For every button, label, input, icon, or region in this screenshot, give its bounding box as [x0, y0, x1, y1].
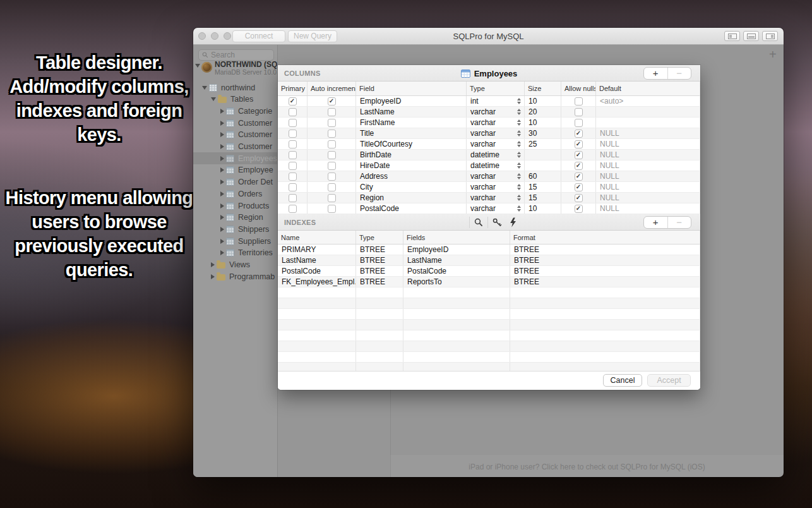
add-column-button[interactable]: +: [644, 68, 668, 79]
stepper-icon[interactable]: [517, 119, 521, 126]
disclosure-triangle[interactable]: [220, 121, 224, 126]
ios-promo-link[interactable]: iPad or iPhone user? Click here to check…: [390, 463, 784, 471]
disclosure-triangle[interactable]: [211, 262, 215, 267]
tree-item-order-det[interactable]: Order Det: [193, 176, 278, 188]
index-cell[interactable]: PRIMARY: [278, 245, 356, 255]
size-cell[interactable]: 15: [525, 182, 561, 192]
auto-increment-checkbox[interactable]: [328, 130, 336, 138]
accept-button[interactable]: Accept: [647, 374, 691, 387]
disclosure-triangle[interactable]: [220, 250, 224, 255]
disclosure-triangle[interactable]: [220, 144, 224, 149]
remove-column-button[interactable]: −: [668, 68, 691, 79]
new-query-button[interactable]: New Query: [288, 30, 337, 42]
tree-item-region[interactable]: Region: [193, 212, 278, 224]
disclosure-triangle[interactable]: [220, 191, 224, 197]
primary-checkbox[interactable]: [289, 194, 297, 202]
default-cell[interactable]: [596, 118, 700, 128]
default-cell[interactable]: NULL: [596, 171, 700, 181]
primary-checkbox[interactable]: [289, 162, 297, 170]
index-cell[interactable]: BTREE: [510, 245, 700, 255]
trigger-lightning-icon[interactable]: [508, 217, 517, 227]
tree-item-programmab[interactable]: Programmab: [193, 270, 278, 282]
default-cell[interactable]: NULL: [596, 139, 700, 149]
disclosure-triangle[interactable]: [220, 132, 224, 137]
tree-item-categorie[interactable]: Categorie: [193, 105, 278, 117]
primary-checkbox[interactable]: [289, 172, 297, 181]
tree-item-products[interactable]: Products: [193, 200, 278, 212]
disclosure-triangle[interactable]: [220, 227, 224, 232]
allow-nulls-checkbox[interactable]: ✓: [575, 194, 583, 202]
size-cell[interactable]: 25: [525, 139, 561, 149]
tree-item-customer[interactable]: Customer: [193, 129, 278, 141]
tree-item-suppliers[interactable]: Suppliers: [193, 235, 278, 247]
default-cell[interactable]: <auto>: [596, 96, 700, 106]
disclosure-triangle[interactable]: [220, 167, 224, 172]
index-cell[interactable]: BTREE: [510, 255, 700, 265]
allow-nulls-checkbox[interactable]: [575, 108, 583, 116]
index-cell[interactable]: ReportsTo: [403, 277, 510, 287]
disclosure-triangle[interactable]: [220, 239, 224, 244]
size-cell[interactable]: [525, 150, 561, 160]
index-cell[interactable]: BTREE: [510, 266, 700, 276]
toggle-right-panel-button[interactable]: [762, 31, 778, 41]
auto-increment-checkbox[interactable]: [328, 140, 336, 148]
type-select[interactable]: datetime: [467, 160, 525, 171]
field-cell[interactable]: HireDate: [356, 160, 467, 171]
tree-item-northwind[interactable]: northwind: [193, 82, 278, 94]
primary-checkbox[interactable]: [289, 205, 297, 213]
disclosure-triangle[interactable]: [220, 179, 224, 184]
tree-item-orders[interactable]: Orders: [193, 188, 278, 200]
cancel-button[interactable]: Cancel: [603, 374, 642, 387]
type-select[interactable]: varchar: [467, 107, 525, 117]
index-cell[interactable]: PostalCode: [403, 266, 510, 276]
auto-increment-checkbox[interactable]: [328, 162, 336, 170]
index-cell[interactable]: LastName: [403, 255, 510, 265]
primary-checkbox[interactable]: [289, 130, 297, 138]
index-cell[interactable]: FK_Employees_Empl...: [278, 277, 356, 287]
field-cell[interactable]: FirstName: [356, 118, 467, 128]
default-cell[interactable]: NULL: [596, 203, 700, 214]
disclosure-triangle[interactable]: [211, 97, 216, 101]
close-button[interactable]: [198, 32, 206, 40]
search-input[interactable]: Search: [198, 49, 274, 61]
field-cell[interactable]: PostalCode: [356, 203, 467, 214]
tree-item-customer[interactable]: Customer: [193, 117, 278, 129]
auto-increment-checkbox[interactable]: [328, 194, 336, 202]
index-cell[interactable]: BTREE: [356, 245, 403, 255]
tree-item-views[interactable]: Views: [193, 259, 278, 271]
foreign-key-icon[interactable]: [493, 218, 502, 227]
tree-item-shippers[interactable]: Shippers: [193, 223, 278, 235]
allow-nulls-checkbox[interactable]: ✓: [575, 172, 583, 181]
stepper-icon[interactable]: [517, 205, 521, 212]
stepper-icon[interactable]: [517, 195, 521, 201]
size-cell[interactable]: 60: [525, 171, 561, 181]
default-cell[interactable]: NULL: [596, 193, 700, 203]
allow-nulls-checkbox[interactable]: ✓: [575, 205, 583, 213]
type-select[interactable]: datetime: [467, 150, 525, 160]
stepper-icon[interactable]: [517, 152, 521, 158]
primary-checkbox[interactable]: ✓: [289, 97, 297, 106]
default-cell[interactable]: NULL: [596, 160, 700, 171]
index-cell[interactable]: BTREE: [356, 255, 403, 265]
type-select[interactable]: varchar: [467, 182, 525, 192]
index-search-icon[interactable]: [474, 218, 483, 227]
add-index-button[interactable]: +: [644, 217, 668, 228]
size-cell[interactable]: 30: [525, 128, 561, 138]
size-cell[interactable]: [525, 160, 561, 171]
field-cell[interactable]: City: [356, 182, 467, 192]
auto-increment-checkbox[interactable]: [328, 151, 336, 159]
stepper-icon[interactable]: [517, 184, 521, 190]
tree-item-connection[interactable]: NORTHWIND (SQLP MariaDB Server 10.0.: [193, 60, 278, 78]
field-cell[interactable]: TitleOfCourtesy: [356, 139, 467, 149]
size-cell[interactable]: 10: [525, 118, 561, 128]
allow-nulls-checkbox[interactable]: ✓: [575, 162, 583, 170]
default-cell[interactable]: NULL: [596, 182, 700, 192]
stepper-icon[interactable]: [517, 141, 521, 147]
disclosure-triangle[interactable]: [211, 274, 215, 279]
stepper-icon[interactable]: [517, 109, 521, 115]
allow-nulls-checkbox[interactable]: [575, 119, 583, 127]
field-cell[interactable]: BirthDate: [356, 150, 467, 160]
type-select[interactable]: varchar: [467, 203, 525, 214]
tree-item-territories[interactable]: Territories: [193, 247, 278, 259]
disclosure-triangle[interactable]: [202, 86, 207, 90]
